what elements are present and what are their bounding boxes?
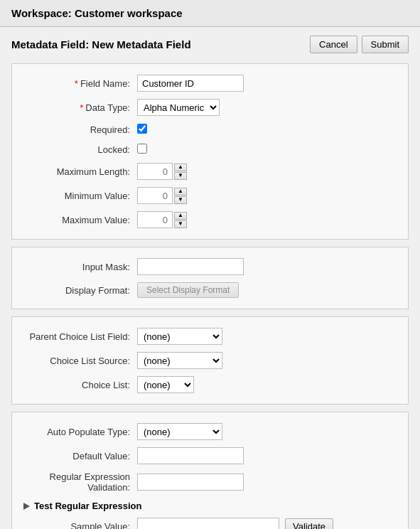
choice-list-control: (none) <box>137 376 397 393</box>
cancel-button[interactable]: Cancel <box>310 36 357 53</box>
submit-button[interactable]: Submit <box>362 36 409 53</box>
default-value-input[interactable] <box>137 447 244 464</box>
test-re-label: Test Regular Expression <box>34 501 141 511</box>
min-value-spinner-buttons: ▲ ▼ <box>174 188 187 204</box>
required-control <box>137 124 397 136</box>
auto-populate-row: Auto Populate Type: (none) <box>12 420 408 444</box>
choice-list-row: Choice List: (none) <box>12 373 408 397</box>
max-value-input[interactable] <box>137 211 173 228</box>
parent-choice-row: Parent Choice List Field: (none) <box>12 324 408 348</box>
max-length-control: ▲ ▼ <box>137 163 397 180</box>
choice-list-source-row: Choice List Source: (none) <box>12 348 408 373</box>
input-mask-label: Input Mask: <box>23 262 137 272</box>
choice-list-source-label: Choice List Source: <box>23 356 137 366</box>
regex-input[interactable] <box>137 474 244 491</box>
choice-list-label: Choice List: <box>23 380 137 390</box>
input-mask-row: Input Mask: <box>12 255 408 279</box>
max-value-up-button[interactable]: ▲ <box>174 212 187 220</box>
max-value-control: ▲ ▼ <box>137 211 397 228</box>
parent-choice-select[interactable]: (none) <box>137 328 222 345</box>
field-name-label: *Field Name: <box>23 78 137 89</box>
auto-populate-label: Auto Populate Type: <box>23 427 137 437</box>
default-value-row: Default Value: <box>12 444 408 468</box>
sample-value-input[interactable] <box>137 518 279 529</box>
test-re-triangle-icon <box>23 503 30 510</box>
data-type-required-star: * <box>80 102 83 113</box>
locked-row: Locked: <box>12 139 408 159</box>
display-format-control: Select Display Format <box>137 282 397 298</box>
max-value-spinner-buttons: ▲ ▼ <box>174 212 187 228</box>
main-content: Metadata Field: New Metadata Field Cance… <box>0 27 420 529</box>
display-format-row: Display Format: Select Display Format <box>12 279 408 301</box>
btn-group: Cancel Submit <box>310 36 409 53</box>
min-value-label: Minimum Value: <box>23 191 137 201</box>
data-type-label: *Data Type: <box>23 102 137 113</box>
test-re-header: Test Regular Expression <box>12 496 408 514</box>
min-value-row: Minimum Value: ▲ ▼ <box>12 183 408 208</box>
metadata-header: Metadata Field: New Metadata Field Cance… <box>11 36 409 53</box>
min-value-control: ▲ ▼ <box>137 187 397 204</box>
required-checkbox[interactable] <box>137 124 147 134</box>
min-value-input[interactable] <box>137 187 173 204</box>
max-value-label: Maximum Value: <box>23 215 137 225</box>
auto-populate-control: (none) <box>137 423 397 440</box>
sample-value-control: Validate <box>137 518 397 529</box>
data-type-select[interactable]: Alpha Numeric Numeric Date Boolean List <box>137 99 220 116</box>
max-length-spinner-buttons: ▲ ▼ <box>174 164 187 180</box>
max-value-spinner: ▲ ▼ <box>137 211 397 228</box>
field-name-input[interactable] <box>137 75 244 92</box>
regex-control <box>137 474 397 491</box>
auto-populate-select[interactable]: (none) <box>137 423 222 440</box>
input-mask-control <box>137 258 397 275</box>
required-label: Required: <box>23 124 137 135</box>
regex-row: Regular Expression Validation: <box>12 468 408 496</box>
min-value-up-button[interactable]: ▲ <box>174 188 187 196</box>
field-name-required-star: * <box>75 78 78 89</box>
max-value-row: Maximum Value: ▲ ▼ <box>12 208 408 232</box>
max-length-down-button[interactable]: ▼ <box>174 172 187 180</box>
choice-list-source-control: (none) <box>137 352 397 369</box>
parent-choice-label: Parent Choice List Field: <box>23 331 137 342</box>
locked-label: Locked: <box>23 144 137 155</box>
auto-populate-section: Auto Populate Type: (none) Default Value… <box>11 412 409 529</box>
input-mask-input[interactable] <box>137 258 244 275</box>
validate-button[interactable]: Validate <box>285 518 333 530</box>
max-length-input[interactable] <box>137 163 173 180</box>
max-length-label: Maximum Length: <box>23 166 137 177</box>
max-value-down-button[interactable]: ▼ <box>174 220 187 228</box>
locked-control <box>137 144 397 156</box>
data-type-control: Alpha Numeric Numeric Date Boolean List <box>137 99 397 116</box>
data-type-row: *Data Type: Alpha Numeric Numeric Date B… <box>12 95 408 119</box>
metadata-title: Metadata Field: New Metadata Field <box>11 38 191 50</box>
regex-label: Regular Expression Validation: <box>23 471 137 493</box>
sample-value-row: Sample Value: Validate <box>12 514 408 529</box>
choice-list-select[interactable]: (none) <box>137 376 194 393</box>
workspace-title: Workspace: Customer workspace <box>0 0 420 27</box>
mask-format-section: Input Mask: Display Format: Select Displ… <box>11 247 409 309</box>
select-display-format-button[interactable]: Select Display Format <box>137 282 239 298</box>
core-fields-section: *Field Name: *Data Type: Alpha Numeric N… <box>11 63 409 240</box>
max-length-row: Maximum Length: ▲ ▼ <box>12 159 408 183</box>
field-name-control <box>137 75 397 92</box>
locked-checkbox[interactable] <box>137 144 147 154</box>
page-wrapper: Workspace: Customer workspace Metadata F… <box>0 0 420 529</box>
default-value-control <box>137 447 397 464</box>
sample-value-label: Sample Value: <box>23 521 137 530</box>
min-value-spinner: ▲ ▼ <box>137 187 397 204</box>
max-length-up-button[interactable]: ▲ <box>174 164 187 171</box>
field-name-row: *Field Name: <box>12 71 408 95</box>
max-length-spinner: ▲ ▼ <box>137 163 397 180</box>
default-value-label: Default Value: <box>23 451 137 461</box>
required-row: Required: <box>12 119 408 139</box>
choice-list-source-select[interactable]: (none) <box>137 352 222 369</box>
parent-choice-control: (none) <box>137 328 397 345</box>
min-value-down-button[interactable]: ▼ <box>174 196 187 204</box>
choice-list-section: Parent Choice List Field: (none) Choice … <box>11 316 409 405</box>
display-format-label: Display Format: <box>23 285 137 296</box>
